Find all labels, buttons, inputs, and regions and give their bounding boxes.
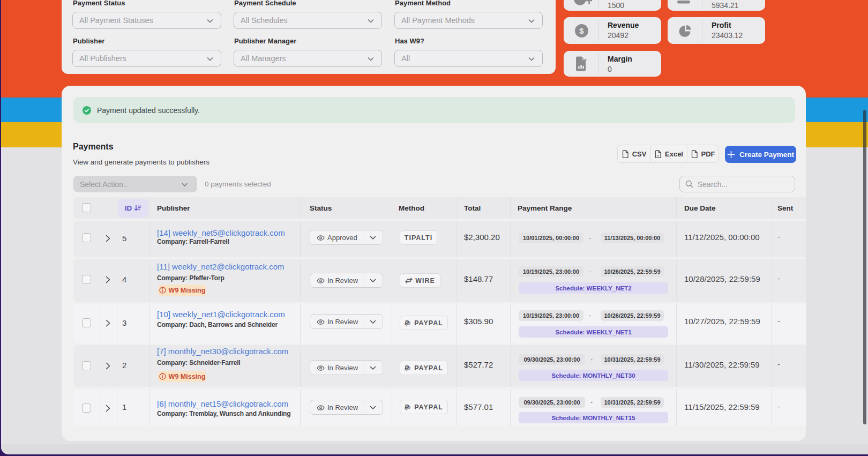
svg-text:P: P [405,403,409,411]
svg-text:P: P [405,364,409,372]
svg-text:$: $ [579,26,584,35]
svg-text:x: x [657,154,659,157]
svg-text:P: P [405,319,409,327]
